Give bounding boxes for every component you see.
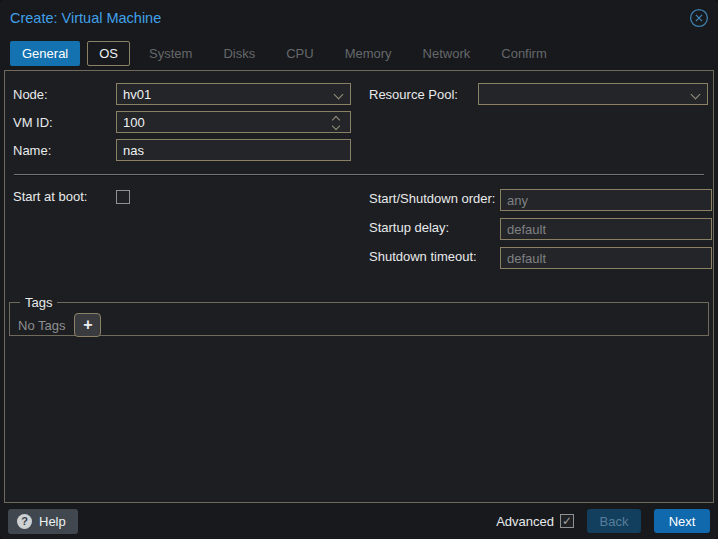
tab-system: System — [137, 41, 204, 66]
node-select[interactable]: hv01 — [116, 83, 351, 105]
vm-id-label: VM ID: — [13, 115, 116, 130]
dialog-header: Create: Virtual Machine — [0, 0, 718, 38]
start-at-boot-checkbox[interactable] — [116, 190, 130, 204]
advanced-checkbox[interactable]: ✓ — [560, 514, 574, 528]
startup-shutdown-column: Start/Shutdown order: Startup delay: Shu… — [369, 189, 712, 276]
startup-delay-input[interactable] — [500, 218, 712, 240]
create-vm-dialog: Create: Virtual Machine General OS Syste… — [0, 0, 718, 539]
node-select-value: hv01 — [123, 87, 151, 102]
resource-pool-label: Resource Pool: — [369, 87, 478, 102]
question-mark-icon: ? — [17, 514, 32, 529]
close-icon — [689, 8, 709, 28]
tab-confirm: Confirm — [489, 41, 559, 66]
tab-os[interactable]: OS — [87, 41, 130, 66]
tab-general[interactable]: General — [10, 41, 80, 66]
startup-order-input[interactable] — [500, 189, 712, 211]
wizard-tabbar: General OS System Disks CPU Memory Netwo… — [0, 38, 718, 70]
vm-id-stepper[interactable]: 100 — [116, 111, 351, 133]
shutdown-timeout-row: Shutdown timeout: — [369, 247, 712, 269]
startup-delay-row: Startup delay: — [369, 218, 712, 240]
tab-disks: Disks — [211, 41, 267, 66]
chevron-down-icon — [691, 90, 701, 100]
startup-delay-label: Startup delay: — [369, 218, 500, 240]
vm-id-row: VM ID: 100 — [5, 108, 713, 136]
startup-order-label: Start/Shutdown order: — [369, 189, 500, 211]
general-form-panel: Node: hv01 Resource Pool: VM ID: 100 — [4, 70, 714, 503]
back-button: Back — [587, 509, 641, 533]
advanced-toggle[interactable]: Advanced ✓ — [496, 514, 574, 529]
no-tags-text: No Tags — [18, 318, 65, 333]
spinner-buttons[interactable] — [331, 112, 343, 134]
node-row: Node: hv01 Resource Pool: — [5, 80, 713, 108]
section-divider — [14, 174, 704, 176]
boot-options-section: Start at boot: Start/Shutdown order: Sta… — [5, 189, 713, 204]
tags-legend: Tags — [20, 295, 57, 310]
tab-memory: Memory — [333, 41, 404, 66]
add-tag-button[interactable]: + — [74, 313, 101, 337]
chevron-down-icon — [334, 90, 344, 100]
advanced-label: Advanced — [496, 514, 554, 529]
tab-cpu: CPU — [274, 41, 325, 66]
next-button[interactable]: Next — [654, 509, 710, 533]
close-button[interactable] — [689, 8, 709, 28]
help-button-label: Help — [39, 514, 66, 529]
chevron-down-icon — [332, 122, 340, 130]
name-label: Name: — [13, 143, 116, 158]
vm-id-value: 100 — [123, 115, 145, 130]
start-at-boot-label: Start at boot: — [13, 189, 116, 204]
dialog-title: Create: Virtual Machine — [10, 10, 161, 26]
tags-body: No Tags + — [18, 313, 700, 337]
resource-pool-select[interactable] — [478, 83, 708, 105]
identity-section: Node: hv01 Resource Pool: VM ID: 100 — [5, 80, 713, 164]
check-icon: ✓ — [562, 514, 572, 528]
help-button[interactable]: ? Help — [8, 509, 78, 534]
tab-network: Network — [411, 41, 483, 66]
name-input[interactable] — [116, 139, 351, 161]
tags-fieldset: Tags No Tags + — [9, 295, 709, 336]
node-label: Node: — [13, 87, 116, 102]
name-row: Name: — [5, 136, 713, 164]
startup-order-row: Start/Shutdown order: — [369, 189, 712, 211]
plus-icon: + — [83, 316, 92, 334]
dialog-footer: ? Help Advanced ✓ Back Next — [0, 503, 718, 539]
shutdown-timeout-label: Shutdown timeout: — [369, 247, 500, 269]
shutdown-timeout-input[interactable] — [500, 247, 712, 269]
